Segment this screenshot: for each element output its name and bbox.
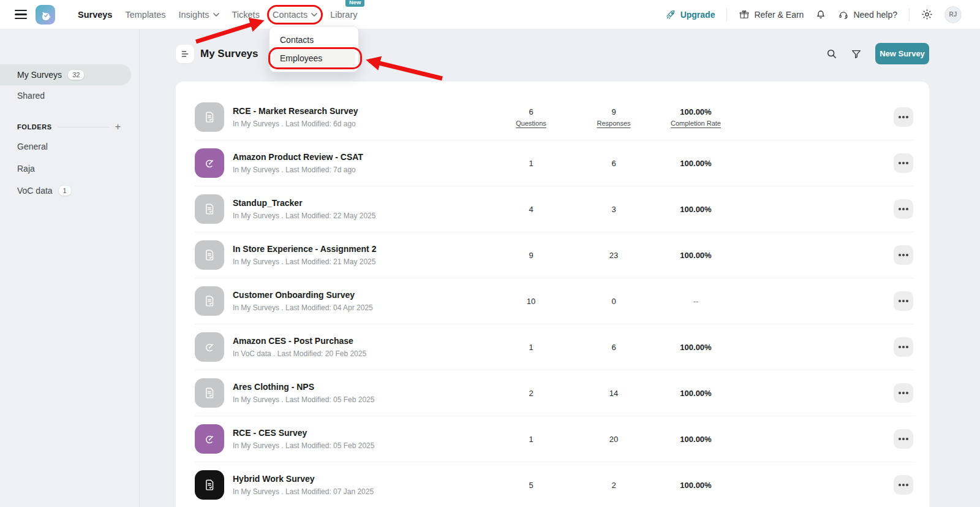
questions-value: 1 xyxy=(529,159,533,168)
divider xyxy=(909,8,910,21)
upgrade-label: Upgrade xyxy=(680,10,715,20)
nav-contacts[interactable]: Contacts xyxy=(273,10,317,20)
chevron-down-icon xyxy=(311,13,317,17)
survey-title: Standup_Tracker xyxy=(233,198,375,208)
questions-value: 5 xyxy=(529,481,533,490)
completion-value: 100.00% xyxy=(680,481,711,490)
row-menu-button[interactable] xyxy=(894,475,913,495)
folder-list: GeneralRajaVoC data1 xyxy=(0,135,139,202)
nav-surveys[interactable]: Surveys xyxy=(78,10,112,20)
row-menu-button[interactable] xyxy=(894,107,913,127)
questions-value: 9 xyxy=(529,251,533,260)
survey-gauge-icon xyxy=(195,332,224,362)
row-menu-button[interactable] xyxy=(894,291,913,311)
notifications-bell-icon[interactable] xyxy=(815,9,826,20)
survey-subtitle: In My Surveys . Last Modified: 05 Feb 20… xyxy=(233,441,374,450)
survey-title: Amazon Product Review - CSAT xyxy=(233,152,363,162)
responses-value: 2 xyxy=(611,481,616,490)
survey-row[interactable]: In Store Experience - Assignment 2 In My… xyxy=(195,232,913,278)
row-menu-button[interactable] xyxy=(894,337,913,357)
hamburger-menu-icon[interactable] xyxy=(15,10,27,19)
sidebar-folder-item[interactable]: General xyxy=(0,135,139,158)
sidebar-folder-item[interactable]: Raja xyxy=(0,158,139,180)
survey-title: Amazon CES - Post Purchase xyxy=(233,336,366,346)
filter-icon[interactable] xyxy=(851,48,862,59)
dropdown-item-employees-label: Employees xyxy=(280,53,322,63)
responses-value: 14 xyxy=(609,389,618,398)
row-menu-button[interactable] xyxy=(894,383,913,403)
column-label-questions[interactable]: Questions xyxy=(516,120,546,127)
nav-templates[interactable]: Templates xyxy=(125,10,165,20)
nav-templates-label: Templates xyxy=(125,10,165,20)
list-icon xyxy=(181,50,189,58)
need-help-button[interactable]: Need help? xyxy=(838,9,897,20)
sidebar-shared-label: Shared xyxy=(17,91,45,101)
surveysparrow-logo[interactable] xyxy=(36,5,55,25)
dropdown-item-employees[interactable]: Employees xyxy=(273,49,355,67)
top-navigation-bar: Surveys Templates Insights Tickets Conta… xyxy=(0,0,980,29)
survey-doc-icon xyxy=(195,470,224,500)
divider xyxy=(58,127,109,128)
user-avatar[interactable]: RJ xyxy=(944,6,962,23)
gift-icon xyxy=(739,9,750,20)
survey-subtitle: In My Surveys . Last Modified: 04 Apr 20… xyxy=(233,303,373,312)
divider xyxy=(726,8,727,21)
survey-row[interactable]: RCE - Market Research Survey In My Surve… xyxy=(195,94,913,140)
folders-header: FOLDERS + xyxy=(17,122,121,132)
folder-label: VoC data xyxy=(17,186,53,196)
survey-title: In Store Experience - Assignment 2 xyxy=(233,244,376,254)
questions-value: 4 xyxy=(529,205,533,214)
app-window: Surveys Templates Insights Tickets Conta… xyxy=(0,0,980,507)
sidebar-item-shared[interactable]: Shared xyxy=(0,85,139,106)
row-menu-button[interactable] xyxy=(894,429,913,449)
chevron-down-icon xyxy=(213,13,219,17)
rocket-icon xyxy=(665,9,676,20)
column-label-completion-rate[interactable]: Completion Rate xyxy=(671,120,721,127)
new-survey-button[interactable]: New Survey xyxy=(875,43,929,64)
sidebar-item-my-surveys[interactable]: My Surveys 32 xyxy=(0,64,131,85)
headset-icon xyxy=(838,9,849,20)
survey-row[interactable]: Standup_Tracker In My Surveys . Last Mod… xyxy=(195,186,913,232)
survey-doc-icon xyxy=(195,102,224,132)
responses-value: 0 xyxy=(611,297,616,306)
row-menu-button[interactable] xyxy=(894,199,913,219)
nav-tickets[interactable]: Tickets xyxy=(232,10,260,20)
add-folder-button[interactable]: + xyxy=(115,122,121,132)
survey-row[interactable]: Amazon CES - Post Purchase In VoC data .… xyxy=(195,324,913,370)
survey-row[interactable]: Amazon Product Review - CSAT In My Surve… xyxy=(195,140,913,186)
survey-doc-icon xyxy=(195,240,224,270)
survey-row[interactable]: Customer Onboarding Survey In My Surveys… xyxy=(195,278,913,324)
dropdown-item-contacts[interactable]: Contacts xyxy=(273,31,355,49)
completion-value: 100.00% xyxy=(680,251,711,260)
contacts-dropdown-menu: Contacts Employees xyxy=(269,26,359,72)
row-menu-button[interactable] xyxy=(894,245,913,265)
survey-list-card: RCE - Market Research Survey In My Surve… xyxy=(176,82,929,507)
survey-subtitle: In My Surveys . Last Modified: 07 Jan 20… xyxy=(233,487,374,496)
row-menu-button[interactable] xyxy=(894,153,913,173)
settings-gear-icon[interactable] xyxy=(921,9,933,20)
primary-nav: Surveys Templates Insights Tickets Conta… xyxy=(65,10,357,20)
completion-value: 100.00% xyxy=(680,107,711,116)
survey-row[interactable]: RCE - CES Survey In My Surveys . Last Mo… xyxy=(195,416,913,462)
new-badge: New xyxy=(345,0,365,7)
survey-row[interactable]: Hybrid Work Survey In My Surveys . Last … xyxy=(195,462,913,507)
nav-library[interactable]: Library New xyxy=(330,10,357,20)
search-icon[interactable] xyxy=(826,48,837,59)
completion-value: 100.00% xyxy=(680,343,711,352)
refer-earn-label: Refer & Earn xyxy=(754,10,804,20)
nav-insights[interactable]: Insights xyxy=(179,10,219,20)
questions-value: 6 xyxy=(529,107,533,116)
nav-contacts-label: Contacts xyxy=(273,10,307,20)
survey-subtitle: In My Surveys . Last Modified: 21 May 20… xyxy=(233,257,376,266)
survey-gauge-icon xyxy=(195,148,224,178)
column-label-responses[interactable]: Responses xyxy=(597,120,630,127)
view-toggle-button[interactable] xyxy=(176,45,194,63)
completion-value: 100.00% xyxy=(680,205,711,214)
refer-earn-button[interactable]: Refer & Earn xyxy=(739,9,804,20)
survey-title: RCE - CES Survey xyxy=(233,428,374,438)
sidebar-folder-item[interactable]: VoC data1 xyxy=(0,180,139,202)
questions-value: 10 xyxy=(527,297,535,306)
survey-row[interactable]: Ares Clothing - NPS In My Surveys . Last… xyxy=(195,370,913,416)
questions-value: 1 xyxy=(529,343,533,352)
upgrade-button[interactable]: Upgrade xyxy=(665,9,715,20)
